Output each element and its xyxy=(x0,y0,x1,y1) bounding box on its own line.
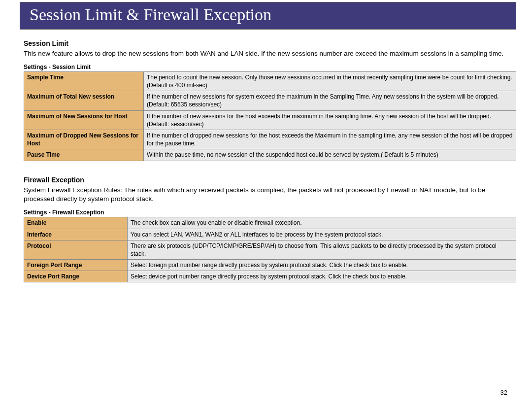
setting-desc: If the number of new sessions for the ho… xyxy=(144,110,516,130)
table-row: Maximum of Total New session If the numb… xyxy=(24,91,516,110)
firewall-exception-table: Enable The check box can allow you enabl… xyxy=(24,217,516,282)
setting-name: Enable xyxy=(24,217,128,229)
setting-desc: Select foreign port number range directl… xyxy=(128,260,516,271)
page-content: Session Limit This new feature allows to… xyxy=(24,39,516,282)
setting-desc: There are six protocols (UDP/TCP/ICMP/GR… xyxy=(128,240,516,259)
firewall-exception-table-caption: Settings - Firewall Exception xyxy=(24,209,516,216)
setting-desc: The period to count the new session. Onl… xyxy=(144,71,516,91)
table-row: Enable The check box can allow you enabl… xyxy=(24,217,516,229)
table-row: Protocol There are six protocols (UDP/TC… xyxy=(24,240,516,259)
table-row: Device Port Range Select device port num… xyxy=(24,271,516,282)
firewall-exception-body: System Firewall Exception Rules: The rul… xyxy=(24,186,516,205)
table-row: Maximum of Dropped New Sessions for Host… xyxy=(24,130,516,149)
setting-name: Maximum of Dropped New Sessions for Host xyxy=(24,130,144,149)
page-number: 32 xyxy=(500,389,507,396)
firewall-exception-heading: Firewall Exception xyxy=(24,176,516,184)
session-limit-body: This new feature allows to drop the new … xyxy=(24,49,516,59)
page-header: Session Limit & Firewall Exception xyxy=(20,2,516,30)
setting-desc: Within the pause time, no new session of… xyxy=(144,149,516,161)
setting-name: Protocol xyxy=(24,240,128,259)
setting-name: Device Port Range xyxy=(24,271,128,282)
page-title: Session Limit & Firewall Exception xyxy=(30,5,271,24)
setting-name: Maximum of Total New session xyxy=(24,91,144,110)
table-row: Sample Time The period to count the new … xyxy=(24,71,516,91)
setting-name: Sample Time xyxy=(24,71,144,91)
table-row: Pause Time Within the pause time, no new… xyxy=(24,149,516,161)
table-row: Interface You can select LAN, WAN1, WAN2… xyxy=(24,229,516,240)
table-row: Maximum of New Sessions for Host If the … xyxy=(24,110,516,130)
setting-desc: Select device port number range directly… xyxy=(128,271,516,282)
setting-name: Interface xyxy=(24,229,128,240)
setting-name: Maximum of New Sessions for Host xyxy=(24,110,144,130)
setting-desc: The check box can allow you enable or di… xyxy=(128,217,516,229)
setting-name: Pause Time xyxy=(24,149,144,161)
session-limit-heading: Session Limit xyxy=(24,39,516,47)
session-limit-table: Sample Time The period to count the new … xyxy=(24,71,516,161)
table-row: Foreign Port Range Select foreign port n… xyxy=(24,260,516,271)
session-limit-table-caption: Settings - Session Limit xyxy=(24,64,516,70)
setting-desc: You can select LAN, WAN1, WAN2 or ALL in… xyxy=(128,229,516,240)
setting-desc: If the number of dropped new sessions fo… xyxy=(144,130,516,149)
setting-name: Foreign Port Range xyxy=(24,260,128,271)
setting-desc: If the number of new sessions for system… xyxy=(144,91,516,110)
